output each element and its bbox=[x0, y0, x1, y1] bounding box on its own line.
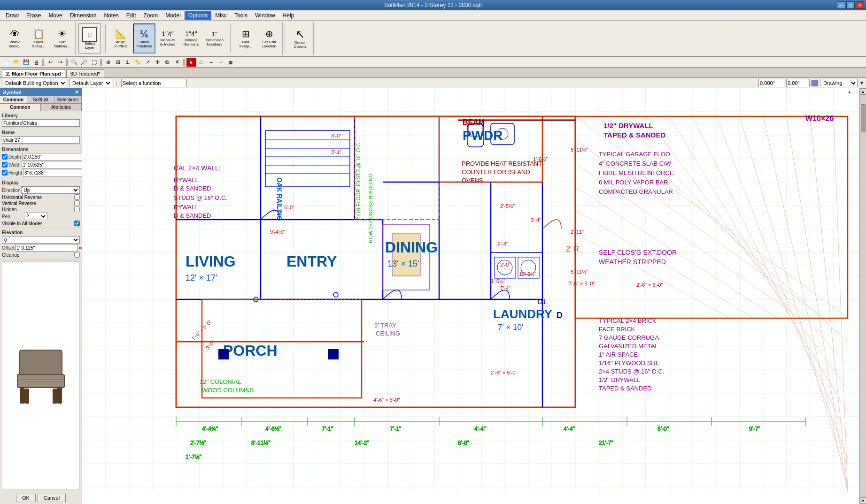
elevation-dropdown[interactable]: 0 bbox=[2, 236, 80, 244]
menu-zoom[interactable]: Zoom bbox=[139, 11, 162, 20]
tb2-zoom-all[interactable]: ⛶ bbox=[89, 58, 99, 67]
scroll-down-button[interactable]: ▼ bbox=[860, 497, 866, 504]
tb2-measure[interactable]: 📏 bbox=[133, 58, 142, 67]
tb2-zoom-out[interactable]: 🔎 bbox=[79, 58, 89, 67]
width-checkbox[interactable] bbox=[2, 162, 8, 168]
width-input[interactable] bbox=[22, 161, 82, 168]
tb2-select[interactable]: ↗ bbox=[143, 58, 152, 67]
enlarge-numbers-label: EnlargeNumbers bbox=[184, 38, 199, 47]
svg-text:PWDR: PWDR bbox=[463, 128, 503, 143]
menu-dimension[interactable]: Dimension bbox=[66, 11, 101, 20]
offset-resize-icon[interactable]: ⇔ bbox=[79, 246, 82, 250]
tb2-move[interactable]: ✛ bbox=[153, 58, 162, 67]
height-input[interactable] bbox=[23, 169, 82, 176]
tb2-snap[interactable]: ⊕ bbox=[103, 58, 113, 67]
menu-model[interactable]: Model bbox=[162, 11, 185, 20]
height-checkbox[interactable] bbox=[2, 170, 8, 176]
panel-subtab-attributes[interactable]: Attributes bbox=[41, 104, 82, 111]
tb2-lineweight[interactable]: ━ bbox=[206, 58, 216, 67]
set-grid-location-button[interactable]: ⊕ Set GridLocation bbox=[258, 23, 280, 53]
svg-text:TYPICAL GARAGE FLOO: TYPICAL GARAGE FLOO bbox=[599, 151, 670, 158]
measure-inches-button[interactable]: 1″4″ Measurein Inches bbox=[156, 23, 179, 53]
tb2-delete[interactable]: ✕ bbox=[172, 58, 182, 67]
name-input[interactable] bbox=[2, 136, 80, 144]
tb2-grid[interactable]: ⊞ bbox=[113, 58, 123, 67]
tb2-color1[interactable]: ■ bbox=[186, 58, 196, 67]
ok-button[interactable]: OK bbox=[16, 494, 36, 502]
cancel-button[interactable]: Cancel bbox=[38, 494, 66, 502]
function-input[interactable] bbox=[121, 79, 187, 87]
grid-setup-button[interactable]: ⊞ GridSetup... bbox=[234, 23, 257, 53]
menu-notes[interactable]: Notes bbox=[100, 11, 122, 20]
menu-misc[interactable]: Misc bbox=[211, 11, 231, 20]
menu-edit[interactable]: Edit bbox=[123, 11, 140, 20]
tb2-undo[interactable]: ↩ bbox=[46, 58, 55, 67]
library-input[interactable] bbox=[2, 119, 80, 127]
depth-checkbox[interactable] bbox=[2, 154, 8, 160]
horiz-reverse-checkbox[interactable] bbox=[74, 194, 80, 200]
layer-setup-button[interactable]: 📋 LayerSetup... bbox=[27, 23, 50, 53]
tab-3d-textured[interactable]: 3D Textured* bbox=[66, 69, 104, 77]
sun-options-button[interactable]: ☀ SunOptions... bbox=[51, 23, 73, 53]
menu-help[interactable]: Help bbox=[279, 11, 298, 20]
menu-tools[interactable]: Tools bbox=[231, 11, 251, 20]
coord2-input[interactable] bbox=[786, 79, 810, 87]
offset-field: Offset ⇔ bbox=[2, 244, 80, 252]
vert-reverse-checkbox[interactable] bbox=[74, 200, 80, 206]
tb2-copy[interactable]: ⧉ bbox=[162, 58, 172, 67]
show-fractions-button[interactable]: ¼ ShowFractions bbox=[133, 23, 155, 53]
tb2-new[interactable]: 📄 bbox=[2, 58, 11, 67]
menu-window[interactable]: Window bbox=[251, 11, 279, 20]
direction-dropdown[interactable]: Up bbox=[21, 186, 80, 194]
visible-items-button[interactable]: 👁 VisibleItems... bbox=[4, 23, 26, 53]
tab-main-floor[interactable]: 2. Main Floor Plan.spd bbox=[2, 69, 65, 77]
enlarge-numbers-button[interactable]: 1″4″ EnlargeNumbers bbox=[180, 23, 202, 53]
svg-text:PROVIDE HEAT RESISTANT: PROVIDE HEAT RESISTANT bbox=[462, 160, 542, 167]
menu-draw[interactable]: Draw bbox=[2, 11, 23, 20]
cursor-options-button[interactable]: ↖ CursorOptions bbox=[289, 23, 311, 53]
panel-close-icon[interactable]: ✕ bbox=[75, 89, 79, 95]
maximize-button[interactable]: □ bbox=[846, 1, 855, 9]
menu-move[interactable]: Move bbox=[45, 11, 66, 20]
select-layer-button[interactable]: ⬚ SelectLayer bbox=[78, 23, 101, 53]
offset-label: Offset bbox=[2, 245, 15, 251]
hidden-checkbox[interactable] bbox=[74, 206, 80, 212]
name-section: Name bbox=[0, 128, 82, 145]
tb2-open[interactable]: 📂 bbox=[12, 58, 21, 67]
view-expand-icon[interactable]: ▼ bbox=[859, 80, 864, 85]
layer-dropdown[interactable]: Default Layer bbox=[69, 79, 112, 87]
pen-dropdown[interactable]: 2 bbox=[24, 213, 47, 220]
tb2-hatch[interactable]: ▦ bbox=[226, 58, 235, 67]
panel-tab-common[interactable]: Common bbox=[0, 96, 27, 103]
panel-tab-selections[interactable]: Selections bbox=[54, 96, 82, 103]
tb2-ortho[interactable]: ⊥ bbox=[123, 58, 132, 67]
visible-all-checkbox[interactable] bbox=[74, 221, 80, 226]
coord1-input[interactable] bbox=[758, 79, 784, 87]
angle-pitch-button[interactable]: 📐 Anglein Pitch bbox=[109, 23, 132, 53]
tb2-color2[interactable]: □ bbox=[196, 58, 206, 67]
depth-input[interactable] bbox=[22, 153, 82, 160]
menu-options[interactable]: Options bbox=[185, 11, 211, 20]
scroll-track[interactable] bbox=[860, 95, 866, 497]
tb2-zoom-in[interactable]: 🔍 bbox=[70, 58, 79, 67]
scroll-thumb[interactable] bbox=[861, 104, 866, 132]
minimize-button[interactable]: ─ bbox=[837, 1, 845, 9]
tb2-redo[interactable]: ↪ bbox=[55, 58, 65, 67]
dimension-numbers-button[interactable]: 1" DimensionNumbers bbox=[203, 23, 226, 53]
svg-text:2'-6" × 5'-0": 2'-6" × 5'-0" bbox=[491, 370, 517, 375]
scroll-up-button[interactable]: ▲ bbox=[860, 88, 866, 95]
library-section: Library bbox=[0, 111, 82, 128]
panel-subtab-common[interactable]: Common bbox=[0, 104, 41, 111]
building-option-dropdown[interactable]: Default Building Option bbox=[2, 79, 67, 87]
cleanup-checkbox[interactable] bbox=[74, 252, 80, 258]
tb2-save[interactable]: 💾 bbox=[22, 58, 31, 67]
menu-erase[interactable]: Erase bbox=[23, 11, 45, 20]
drawing-canvas[interactable]: OAK RAILING LIVING 12' × 17' ENTRY DININ… bbox=[82, 88, 859, 504]
library-label: Library bbox=[2, 113, 80, 118]
tb2-linestyle[interactable]: ╌ bbox=[216, 58, 225, 67]
panel-tab-softlist[interactable]: SoftList bbox=[27, 96, 54, 103]
offset-input[interactable] bbox=[15, 244, 78, 252]
tb2-print[interactable]: 🖨 bbox=[31, 58, 41, 67]
view-mode-dropdown[interactable]: Drawing bbox=[820, 79, 858, 87]
close-button[interactable]: ✕ bbox=[856, 1, 864, 9]
